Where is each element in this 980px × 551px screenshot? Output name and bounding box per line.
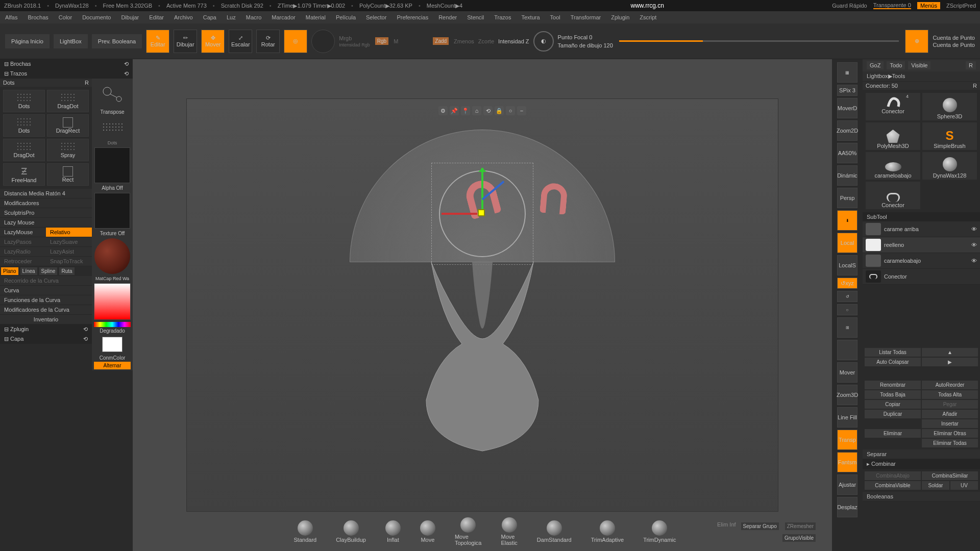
menu-alfas[interactable]: Alfas xyxy=(5,14,17,20)
brush-claybuildup[interactable]: ClayBuildup xyxy=(336,520,366,543)
subtool-conector[interactable]: Conector xyxy=(863,269,980,285)
combinar-row[interactable]: ▸ Combinar xyxy=(863,459,980,469)
auto-colapsar-button[interactable]: Auto Colapsar xyxy=(865,358,921,366)
eye-icon[interactable]: 👁 xyxy=(971,258,977,264)
booleanas-row[interactable]: Booleanas xyxy=(863,492,980,502)
lazyradio[interactable]: LazyRadio xyxy=(0,247,46,257)
texture-preview-empty[interactable] xyxy=(94,193,130,229)
eliminar-button[interactable]: Eliminar xyxy=(865,429,921,438)
menu-documento[interactable]: Documento xyxy=(82,14,111,20)
tool-polymesh3d[interactable]: PolyMesh3D xyxy=(866,122,920,150)
transpose-widget[interactable] xyxy=(92,79,133,109)
menus-toggle[interactable]: Menús xyxy=(917,2,940,9)
lightbox-button[interactable]: LightBox xyxy=(54,34,88,48)
hue-bar[interactable] xyxy=(94,322,131,327)
draw-size-label[interactable]: Tamaño de dibujo 120 xyxy=(558,42,613,48)
zadd-button[interactable]: Zadd xyxy=(433,37,449,45)
spix-button[interactable]: SPix 3 xyxy=(837,85,857,96)
fill-button[interactable]: ⊞ xyxy=(837,317,857,338)
xyz-button[interactable]: ↺xyz xyxy=(837,278,857,289)
transp-button[interactable]: Transp xyxy=(837,430,857,450)
rot-button[interactable]: ↺ xyxy=(837,291,857,302)
brush-moveelastic[interactable]: Move Elastic xyxy=(501,517,517,546)
mrgb-button[interactable]: Mrgb xyxy=(339,35,370,41)
pin-icon[interactable]: 📌 xyxy=(450,106,459,115)
ruta-tab[interactable]: Ruta xyxy=(59,267,74,275)
duplicar-button[interactable]: Duplicar xyxy=(865,410,921,418)
arrow-right-button[interactable]: ▶ xyxy=(922,358,978,366)
elim-inf[interactable]: Elim Inf xyxy=(717,521,736,531)
menu-luz[interactable]: Luz xyxy=(227,14,236,20)
stroke-dots[interactable]: Dots xyxy=(3,90,45,112)
todas-alta-button[interactable]: Todas Alta xyxy=(922,390,978,399)
insertar-button[interactable]: Insertar xyxy=(922,419,978,428)
viewport[interactable]: ⚙ 📌 📍 ⌂ ⟲ 🔒 ○ − xyxy=(133,59,832,551)
eye-icon[interactable]: 👁 xyxy=(971,226,977,232)
gizmo-x-axis[interactable] xyxy=(442,213,477,215)
menu-editar[interactable]: Editar xyxy=(149,14,164,20)
rgb-button[interactable]: Rgb xyxy=(375,37,388,45)
funciones-curva-row[interactable]: Funciones de la Curva xyxy=(0,295,92,305)
mover3d-button[interactable]: Mover xyxy=(837,362,857,383)
inventario-row[interactable]: Inventario xyxy=(0,315,92,324)
material-preview[interactable] xyxy=(94,238,130,274)
minus-icon[interactable]: − xyxy=(517,106,526,115)
dibujar-button[interactable]: ✏Dibujar xyxy=(174,30,197,53)
tool-conector2[interactable]: Conector xyxy=(866,182,920,209)
gizmo-y-axis[interactable] xyxy=(481,168,483,214)
capa-header[interactable]: ⊟ Capa⟲ xyxy=(0,334,92,344)
menu-archivo[interactable]: Archivo xyxy=(174,14,193,20)
zplugin-header[interactable]: ⊟ Zplugin⟲ xyxy=(0,324,92,334)
gizmo-button[interactable]: ◎ xyxy=(284,30,307,53)
retroceder[interactable]: Retroceder xyxy=(0,257,46,266)
combina-similar-button[interactable]: CombinaSimilar xyxy=(922,471,978,480)
fantsm-button[interactable]: Fantsm xyxy=(837,452,857,472)
locate-icon[interactable]: 📍 xyxy=(461,106,470,115)
eye-icon[interactable]: 👁 xyxy=(971,242,977,248)
brush-inflat[interactable]: Inflat xyxy=(385,520,401,543)
pegar-button[interactable]: Pegar xyxy=(922,400,978,409)
todo-button[interactable]: Todo xyxy=(887,61,905,69)
menu-pelicula[interactable]: Película xyxy=(336,14,356,20)
locals-button[interactable]: LocalS xyxy=(837,255,857,276)
menu-textura[interactable]: Textura xyxy=(521,14,540,20)
stroke-dragdot[interactable]: DragDot xyxy=(47,90,89,112)
todas-baja-button[interactable]: Todas Baja xyxy=(865,390,921,399)
frame-button[interactable]: ○ xyxy=(837,304,857,315)
collapse-icon[interactable]: ⟲ xyxy=(83,336,88,342)
arrow-up-button[interactable]: ▲ xyxy=(922,348,978,357)
stroke-spray[interactable]: Spray xyxy=(47,139,89,161)
moverd-button[interactable]: MoverD xyxy=(837,98,857,118)
recorrido-curva[interactable]: Recorrido de la Curva xyxy=(0,276,92,286)
eliminar-otras-button[interactable]: Eliminar Otras xyxy=(922,429,978,438)
color-swatch[interactable] xyxy=(102,337,122,352)
stroke-dragrect[interactable]: DragRect xyxy=(47,114,89,137)
menu-preferencias[interactable]: Preferencias xyxy=(397,14,428,20)
reset-icon[interactable]: ⟲ xyxy=(483,106,493,115)
menu-zscript[interactable]: Zscript xyxy=(640,14,656,20)
menu-tool[interactable]: Tool xyxy=(550,14,560,20)
home-icon[interactable]: ⌂ xyxy=(472,106,481,115)
lazymouse-toggle[interactable]: LazyMouse xyxy=(0,228,46,237)
subtool-carameloabajo[interactable]: carameloabajo👁 xyxy=(863,253,980,269)
zmenos-button[interactable]: Zmenos xyxy=(454,38,474,44)
menu-color[interactable]: Color xyxy=(59,14,72,20)
menu-dibujar[interactable]: Dibujar xyxy=(121,14,139,20)
relativo-toggle[interactable]: Relativo xyxy=(46,228,92,237)
linea-tab[interactable]: Línea xyxy=(20,267,37,275)
zscript-pred[interactable]: ZScriptPred xyxy=(946,3,976,9)
degradado-label[interactable]: Degradado xyxy=(92,328,133,334)
brush-movetopo[interactable]: Move Topologica xyxy=(455,517,482,546)
lazysuave[interactable]: LazySuave xyxy=(46,237,92,247)
combina-abajo-button[interactable]: CombinaAbajo xyxy=(865,471,921,480)
rotar-button[interactable]: ⟳Rotar xyxy=(256,30,280,53)
lazypasos[interactable]: LazyPasos xyxy=(0,237,46,247)
focal-shift-icon[interactable]: ◐ xyxy=(533,31,554,52)
autoreorder-button[interactable]: AutoReorder xyxy=(922,381,978,389)
quicksave[interactable]: Guard Rápido xyxy=(832,3,867,9)
sphere-toggle[interactable] xyxy=(311,30,335,53)
subtool-reelleno[interactable]: reelleno👁 xyxy=(863,237,980,253)
trazos-header[interactable]: ⊟ Trazos⟲ xyxy=(0,69,133,79)
persp-button[interactable]: Persp xyxy=(837,188,857,208)
renombrar-button[interactable]: Renombrar xyxy=(865,381,921,389)
